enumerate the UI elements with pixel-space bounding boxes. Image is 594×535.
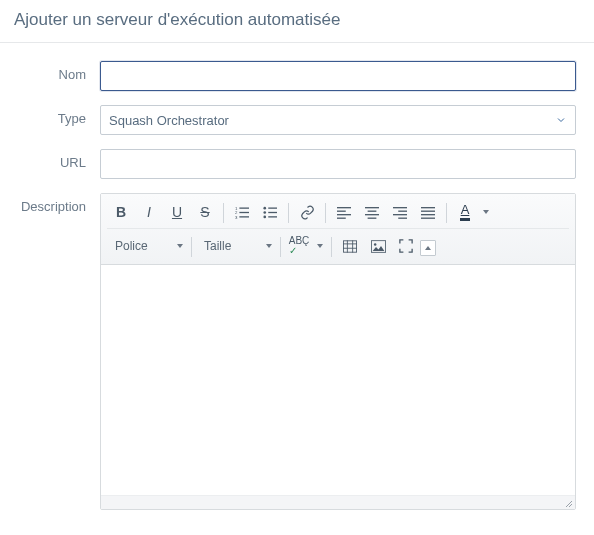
add-server-dialog: Ajouter un serveur d'exécution automatis…: [0, 0, 594, 535]
row-name: Nom: [0, 61, 576, 91]
image-button[interactable]: [364, 234, 392, 258]
ordered-list-button[interactable]: 123: [228, 200, 256, 224]
resize-grip-icon: [563, 498, 573, 508]
dropdown-icon: [266, 244, 272, 248]
font-select-label: Police: [115, 239, 148, 253]
italic-button[interactable]: I: [135, 200, 163, 224]
label-type: Type: [0, 105, 100, 126]
type-select[interactable]: Squash Orchestrator: [100, 105, 576, 135]
rich-text-editor: B I U S 123: [100, 193, 576, 510]
align-justify-button[interactable]: [414, 200, 442, 224]
align-center-button[interactable]: [358, 200, 386, 224]
row-url: URL: [0, 149, 576, 179]
font-select[interactable]: Police: [107, 234, 187, 258]
svg-line-36: [569, 504, 572, 507]
type-value: Squash Orchestrator: [109, 113, 229, 128]
rte-toolbar: B I U S 123: [101, 194, 575, 265]
row-description: Description B I U S: [0, 193, 576, 510]
dialog-footer: Ajouter un autre Ajouter Annuler: [0, 524, 594, 535]
link-button[interactable]: [293, 200, 321, 224]
spellcheck-button[interactable]: ABÇ✓: [285, 234, 313, 258]
strike-button[interactable]: S: [191, 200, 219, 224]
align-right-button[interactable]: [386, 200, 414, 224]
fullscreen-button[interactable]: [392, 234, 420, 258]
label-name: Nom: [0, 61, 100, 82]
row-type: Type Squash Orchestrator: [0, 105, 576, 135]
spellcheck-dropdown[interactable]: [313, 234, 327, 258]
rte-resize-bar[interactable]: [101, 495, 575, 509]
table-button[interactable]: [336, 234, 364, 258]
toolbar-collapse-button[interactable]: [420, 240, 436, 256]
svg-point-6: [263, 206, 266, 209]
svg-line-35: [566, 501, 572, 507]
text-color-button[interactable]: A: [451, 200, 479, 224]
size-select-label: Taille: [204, 239, 231, 253]
form-body: Nom Type Squash Orchestrator URL: [0, 43, 594, 510]
rte-content-area[interactable]: [101, 265, 575, 495]
underline-button[interactable]: U: [163, 200, 191, 224]
label-url: URL: [0, 149, 100, 170]
svg-point-8: [263, 215, 266, 218]
unordered-list-button[interactable]: [256, 200, 284, 224]
label-description: Description: [0, 193, 100, 214]
name-input[interactable]: [100, 61, 576, 91]
bold-button[interactable]: B: [107, 200, 135, 224]
svg-point-34: [373, 243, 376, 246]
svg-text:3: 3: [235, 214, 238, 218]
dropdown-icon: [177, 244, 183, 248]
text-color-dropdown[interactable]: [479, 200, 493, 224]
svg-rect-28: [343, 240, 356, 251]
svg-point-7: [263, 211, 266, 214]
dialog-title: Ajouter un serveur d'exécution automatis…: [0, 0, 594, 42]
url-input[interactable]: [100, 149, 576, 179]
triangle-up-icon: [425, 246, 431, 250]
chevron-down-icon: [555, 114, 567, 126]
size-select[interactable]: Taille: [196, 234, 276, 258]
align-left-button[interactable]: [330, 200, 358, 224]
